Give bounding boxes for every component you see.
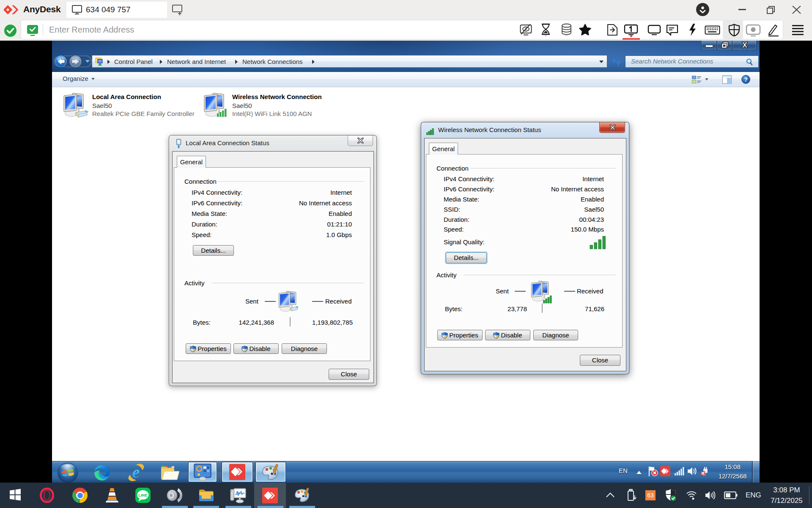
svg-text:?: ? (744, 76, 748, 83)
svg-text:e: e (132, 463, 140, 482)
svg-text:LINE: LINE (138, 493, 148, 497)
